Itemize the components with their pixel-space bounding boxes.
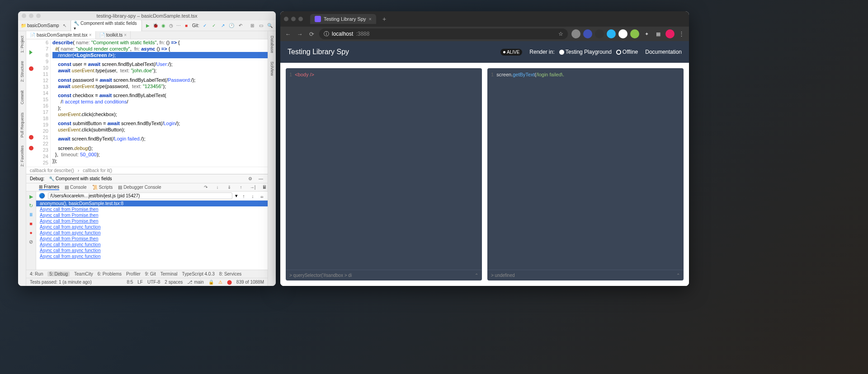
close-icon[interactable]: ×: [89, 33, 92, 37]
extension-icon[interactable]: [583, 29, 592, 38]
filter-icon[interactable]: ⏛: [259, 193, 265, 199]
new-tab-button[interactable]: +: [380, 15, 389, 23]
resume-button[interactable]: ▶: [28, 193, 34, 200]
rerun-button[interactable]: ↻: [28, 202, 34, 209]
stack-frame[interactable]: Async call from Promise.then: [36, 212, 268, 218]
close-icon[interactable]: ×: [124, 33, 127, 37]
toolwindow-tab[interactable]: 5: Debug: [47, 271, 70, 276]
process-select[interactable]: [48, 192, 232, 199]
undo-icon[interactable]: ↶: [237, 23, 244, 29]
debug-minimize-icon[interactable]: —: [258, 176, 264, 182]
info-icon[interactable]: ⓘ: [324, 30, 329, 38]
project-crumb[interactable]: 📁 basicDomSamp: [21, 23, 59, 28]
debug-tab-frames[interactable]: ⊞ Frames: [39, 184, 59, 190]
stack-frame[interactable]: anonymous(), basicDomSample.test.tsx:8: [36, 201, 268, 206]
evaluate-icon[interactable]: 🖩: [261, 184, 268, 191]
minimize-button[interactable]: [291, 17, 296, 21]
toolwindow-tab[interactable]: Profiler: [126, 271, 141, 276]
error-icon[interactable]: ⬤: [227, 280, 232, 285]
step-into-icon[interactable]: ↓: [214, 184, 221, 191]
stack-frame[interactable]: Async call from Promise.then: [36, 218, 268, 224]
extension-icon[interactable]: [618, 29, 627, 38]
sidebar-commit[interactable]: Commit: [20, 89, 24, 106]
memory-indicator[interactable]: 839 of 1088M: [236, 280, 264, 285]
git-push-icon[interactable]: ↗: [220, 23, 226, 29]
editor-icon[interactable]: ▭: [258, 23, 264, 29]
debug-tab-scripts[interactable]: 📜 Scripts: [92, 185, 113, 190]
extensions-menu-icon[interactable]: ✦: [642, 29, 651, 38]
dom-panel-footer[interactable]: > querySelector('#sandbox > di⌃: [286, 270, 482, 280]
ide-titlebar[interactable]: testing-library-spy – basicDomSample.tes…: [18, 11, 276, 20]
git-update-icon[interactable]: ✓: [202, 23, 208, 29]
reload-button[interactable]: ⟳: [307, 30, 316, 38]
profile-avatar[interactable]: [665, 29, 675, 38]
close-tab-icon[interactable]: ×: [369, 16, 372, 22]
charset[interactable]: UTF-8: [147, 280, 160, 285]
profile-icon[interactable]: ◷: [168, 23, 174, 29]
structure-icon[interactable]: ⊞: [249, 23, 255, 29]
radio-offline[interactable]: Offline: [616, 49, 638, 55]
radio-testing-playground[interactable]: Testing Playground: [559, 49, 612, 55]
back-button[interactable]: ←: [284, 30, 292, 38]
code-body[interactable]: describe( name: "Component with static f…: [51, 39, 268, 167]
bookmark-icon[interactable]: ☆: [558, 31, 563, 37]
frame-up-icon[interactable]: ↑: [241, 193, 247, 199]
documentation-link[interactable]: Documentation: [645, 49, 682, 55]
indent[interactable]: 2 spaces: [165, 280, 183, 285]
stack-frame[interactable]: Async call from async function: [36, 230, 268, 236]
back-icon[interactable]: ↖: [62, 23, 68, 29]
run-button[interactable]: ▶: [145, 23, 151, 29]
debug-tab-console[interactable]: ▤ Console: [65, 185, 87, 190]
close-button[interactable]: [284, 17, 288, 21]
history-icon[interactable]: 🕐: [229, 23, 235, 29]
browser-menu-icon[interactable]: ⋮: [677, 29, 685, 37]
toolwindow-tab[interactable]: TeamCity: [74, 271, 93, 276]
dom-panel[interactable]: 1<body /> > querySelector('#sandbox > di…: [286, 68, 482, 280]
stack-frame[interactable]: Async call from async function: [36, 224, 268, 230]
extension-icon[interactable]: [630, 29, 639, 38]
apps-icon[interactable]: ▦: [654, 29, 663, 38]
stack-frame[interactable]: Async call from Promise.then: [36, 206, 268, 212]
git-branch[interactable]: ⎇ main: [187, 280, 203, 285]
line-ending[interactable]: LF: [137, 280, 143, 285]
extension-icon[interactable]: [595, 29, 604, 38]
query-panel[interactable]: 1screen.getByText(/login failed\. > unde…: [487, 68, 684, 280]
gutter[interactable]: 6789101112131415161718192021222324252627…: [26, 39, 51, 167]
toolwindow-tab[interactable]: 4: Run: [30, 271, 43, 276]
query-code[interactable]: 1screen.getByText(/login failed\.: [487, 68, 684, 270]
run-config-select[interactable]: 🔧 Component with static fields ▾: [71, 20, 142, 32]
stack-frame[interactable]: Async call from async function: [36, 242, 268, 248]
sidebar-database[interactable]: Database: [270, 34, 274, 55]
toolwindow-tab[interactable]: 8: Services: [219, 271, 241, 276]
warning-icon[interactable]: ⚠: [218, 280, 222, 285]
force-step-icon[interactable]: ⇓: [226, 184, 232, 191]
stop-debug-button[interactable]: ■: [28, 220, 34, 227]
toolwindow-tab[interactable]: TypeScript 4.0.3: [182, 271, 215, 276]
stack-frame[interactable]: Async call from async function: [36, 253, 268, 259]
debug-config[interactable]: 🔧 Component with static fields: [49, 176, 112, 181]
dropdown-icon[interactable]: ▾: [235, 193, 238, 199]
debug-settings-icon[interactable]: ⚙: [247, 176, 253, 182]
sidebar-project[interactable]: 1: Project: [20, 34, 24, 55]
code-editor[interactable]: 6789101112131415161718192021222324252627…: [26, 39, 268, 167]
stack-frame[interactable]: Async call from async function: [36, 248, 268, 253]
code-breadcrumb[interactable]: callback for describe() › callback for i…: [26, 167, 268, 174]
extension-icon[interactable]: [571, 29, 580, 38]
editor-tab-1[interactable]: 📄basicDomSample.test.tsx×: [26, 31, 96, 39]
editor-tab-2[interactable]: 📄toolkit.ts×: [96, 31, 131, 39]
debug-button[interactable]: 🐞: [152, 23, 159, 29]
stack-frame[interactable]: Async call from Promise.then: [36, 236, 268, 242]
frames-list[interactable]: anonymous(), basicDomSample.test.tsx:8As…: [36, 201, 268, 270]
toolwindow-tab[interactable]: 6: Problems: [98, 271, 122, 276]
debug-tab-debugger[interactable]: ▤ Debugger Console: [118, 185, 161, 190]
run-to-cursor-icon[interactable]: →|: [250, 184, 256, 191]
search-icon[interactable]: 🔍: [267, 23, 273, 29]
sidebar-sciview[interactable]: SciView: [270, 60, 274, 78]
sidebar-pull-requests[interactable]: Pull Requests: [20, 111, 24, 140]
query-panel-footer[interactable]: > undefined⌃: [487, 270, 684, 280]
pause-button[interactable]: ⏸: [28, 211, 34, 218]
browser-tab[interactable]: Testing Library Spy ×: [310, 14, 376, 24]
extension-icon[interactable]: [607, 29, 616, 38]
maximize-button[interactable]: [298, 17, 303, 21]
mute-bp-icon[interactable]: ⊘: [28, 238, 34, 245]
